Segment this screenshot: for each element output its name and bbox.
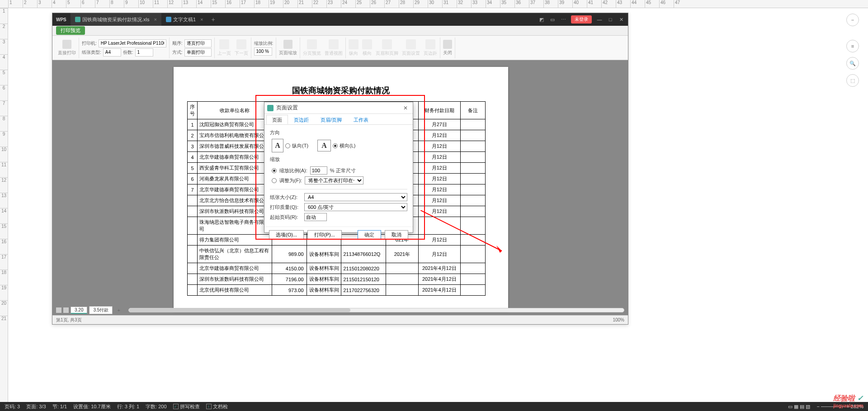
mode-bar: 打印预览 — [52, 26, 628, 36]
mode-select[interactable] — [184, 48, 212, 57]
dialog-titlebar[interactable]: 页面设置 ✕ — [264, 102, 413, 114]
top-ruler: 1234567891011121314151617181920212223242… — [0, 0, 868, 8]
tab-page[interactable]: 页面 — [266, 115, 288, 124]
panel-toggle-icon[interactable]: ≡ — [846, 40, 859, 52]
printer-icon[interactable] — [62, 40, 71, 49]
status-doccheck[interactable]: !文档检 — [206, 403, 228, 410]
sheet-prev-icon[interactable] — [56, 307, 61, 313]
order-label: 顺序: — [172, 40, 183, 47]
help-icon[interactable]: ⋯ — [560, 16, 566, 23]
doc-check-icon: ! — [206, 404, 212, 409]
h-scrollbar[interactable] — [128, 308, 624, 312]
portrait-button[interactable]: 纵向 — [349, 39, 359, 57]
copies-label: 份数: — [123, 49, 133, 56]
dialog-body: 方向 A 纵向(T) A 横向(L) 缩放 缩放比例(A): — [264, 125, 413, 227]
document-title: 国铁商城物资采购付款情况 — [187, 85, 495, 96]
sheet-tab-1[interactable]: 3.20 — [71, 307, 87, 314]
skin-icon[interactable]: ▭ — [549, 16, 556, 23]
dialog-footer: 选项(O)... 打印(P)... 确定 取消 — [264, 227, 413, 243]
order-select[interactable] — [184, 39, 212, 47]
inner-statusbar: 第1页, 共3页 100% — [52, 315, 628, 324]
print-button[interactable]: 打印(P)... — [307, 230, 342, 240]
normal-view-icon — [329, 39, 339, 49]
portrait-radio[interactable] — [285, 143, 290, 148]
add-sheet-button[interactable]: + — [114, 307, 123, 313]
titlebar: WPS 国铁商城物资采购付款情况.xls × 文字文稿1 × + ◩ ▭ ⋯ 未… — [52, 13, 628, 26]
h-scroll-thumb[interactable] — [129, 308, 350, 312]
page-break-button[interactable]: 分页预览 — [303, 39, 321, 57]
maximize-icon[interactable]: □ — [607, 16, 613, 23]
close-group[interactable]: 关闭 — [440, 38, 455, 58]
status-page: 页面: 3/3 — [26, 403, 46, 410]
crop-icon[interactable]: ⬚ — [846, 74, 859, 87]
tab-spreadsheet[interactable]: 国铁商城物资采购付款情况.xls × — [71, 13, 161, 26]
cancel-button[interactable]: 取消 — [385, 230, 408, 240]
minus-icon[interactable]: − — [846, 14, 859, 26]
fit-select[interactable]: 将整个工作表打印在一页 — [305, 176, 363, 184]
view-mode-icons[interactable]: ▭ ▦ ▤ ▧ — [788, 404, 810, 410]
margins-button[interactable]: 页边距 — [424, 39, 437, 57]
zoom-label: 缩放比例: — [254, 40, 274, 47]
page-setup-button[interactable]: 页面设置 — [402, 39, 420, 57]
normal-view-button[interactable]: 普通视图 — [325, 39, 343, 57]
dialog-close-icon[interactable]: ✕ — [401, 105, 410, 111]
tab-label: 文字文稿1 — [173, 16, 196, 23]
inner-zoom: 100% — [613, 317, 624, 322]
close-icon[interactable]: × — [200, 17, 203, 22]
direct-print-label[interactable]: 直接打印 — [58, 50, 76, 56]
wps-logo[interactable]: WPS — [52, 17, 71, 22]
header-footer-button[interactable]: 页眉和页脚 — [376, 39, 398, 57]
fit-to-radio[interactable] — [272, 178, 277, 183]
page-setup-dialog: 页面设置 ✕ 页面 页边距 页眉/页脚 工作表 方向 A 纵向(T) A 横向(… — [264, 102, 413, 233]
search-icon[interactable]: 🔍 — [846, 57, 859, 70]
header-footer-icon — [382, 39, 392, 49]
printer-label: 打印机: — [82, 40, 97, 47]
start-page-input[interactable] — [304, 213, 327, 221]
status-spell[interactable]: ✓拼写检查 — [173, 403, 200, 410]
print-preview-button[interactable]: 打印预览 — [56, 26, 85, 35]
tab-header[interactable]: 页眉/页脚 — [315, 115, 348, 124]
notification-icon[interactable]: ◩ — [538, 16, 545, 23]
login-button[interactable]: 未登录 — [571, 15, 592, 24]
wps-icon — [267, 105, 274, 111]
paper-size-select[interactable]: A4 — [304, 193, 407, 201]
ok-button[interactable]: 确定 — [358, 230, 381, 240]
minimize-icon[interactable]: — — [596, 16, 603, 23]
spell-check-icon: ✓ — [173, 404, 179, 409]
sheet-tab-2[interactable]: 3.5付款 — [89, 306, 113, 314]
close-window-icon[interactable]: ✕ — [618, 16, 624, 23]
landscape-button[interactable]: 横向 — [362, 39, 372, 57]
landscape-radio[interactable] — [333, 143, 338, 148]
tab-margins[interactable]: 页边距 — [288, 115, 315, 124]
orientation-group: 纵向 横向 页眉和页脚 页面设置 页边距 — [346, 38, 440, 58]
table-row: 中铁信弘兴（北京）信息工程有限责任公989.00设备材料车间2113487660… — [188, 246, 486, 263]
printer-select[interactable] — [99, 39, 166, 47]
page-zoom-group[interactable]: 页面缩放 — [276, 38, 300, 58]
page-nav-group: 上一页 下一页 — [215, 38, 251, 58]
print-quality-select[interactable]: 600 点/英寸 — [304, 203, 407, 211]
arrow-right-icon — [236, 39, 246, 49]
add-tab-button[interactable]: + — [208, 16, 219, 23]
sheet-next-icon[interactable] — [63, 307, 69, 313]
copies-input[interactable] — [135, 48, 153, 57]
tab-document[interactable]: 文字文稿1 × — [161, 13, 208, 26]
table-row: 北京华建德泰商贸有限公司4150.00设备材料车间211501208022020… — [188, 263, 486, 274]
scale-input[interactable] — [310, 166, 327, 175]
mode-label: 方式: — [172, 49, 183, 56]
order-group: 顺序: 方式: — [170, 38, 215, 58]
options-button[interactable]: 选项(O)... — [269, 230, 304, 240]
margins-icon — [425, 39, 435, 49]
right-tools: − ≡ 🔍 ⬚ — [846, 14, 859, 87]
scale-ratio-radio[interactable] — [272, 168, 277, 173]
direct-print-group: 直接打印 — [55, 38, 79, 58]
orientation-label: 方向 — [270, 129, 407, 136]
table-row: 北京优周科技有限公司973.00设备材料车间21170227563202021年… — [188, 285, 486, 296]
next-page-button[interactable]: 下一页 — [235, 39, 248, 57]
paper-select[interactable] — [103, 48, 121, 57]
view-group: 分页预览 普通视图 — [300, 38, 346, 58]
prev-page-button[interactable]: 上一页 — [217, 39, 231, 57]
zoom-input[interactable] — [254, 47, 272, 56]
close-icon[interactable]: × — [154, 17, 157, 22]
tab-sheet[interactable]: 工作表 — [348, 115, 374, 124]
dialog-title: 页面设置 — [276, 104, 401, 112]
